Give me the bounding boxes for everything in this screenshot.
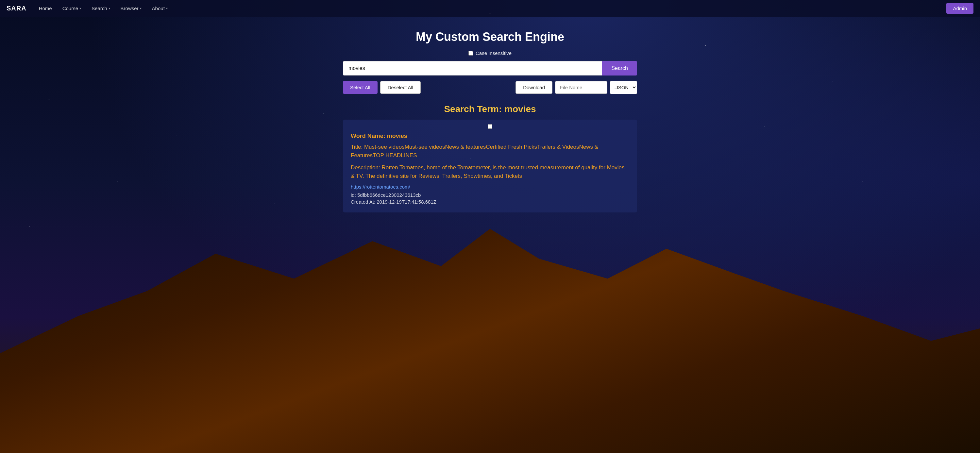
select-all-button[interactable]: Select All — [343, 81, 377, 94]
search-caret: ▾ — [108, 6, 110, 10]
nav-home[interactable]: Home — [34, 3, 57, 13]
format-select[interactable]: .JSON .CSV .XML — [610, 81, 637, 94]
nav-search[interactable]: Search ▾ — [87, 3, 115, 13]
action-row: Select All Deselect All Download .JSON .… — [343, 81, 637, 94]
search-row: Search — [343, 61, 637, 75]
case-insensitive-label: Case Insensitive — [476, 50, 512, 56]
action-left: Select All Deselect All — [343, 81, 421, 94]
file-name-input[interactable] — [555, 81, 607, 94]
result-created-at: Created At: 2019-12-19T17:41:58.681Z — [351, 199, 629, 205]
nav-course[interactable]: Course ▾ — [58, 3, 86, 13]
navbar: SARA Home Course ▾ Search ▾ Browser ▾ Ab… — [0, 0, 980, 17]
result-url[interactable]: https://rottentomatoes.com/ — [351, 184, 629, 189]
result-word-name: Word Name: movies — [351, 133, 629, 140]
browser-caret: ▾ — [140, 6, 142, 10]
result-description: Description: Rotten Tomatoes, home of th… — [351, 164, 629, 180]
nav-about[interactable]: About ▾ — [148, 3, 172, 13]
admin-button[interactable]: Admin — [946, 3, 974, 14]
case-insensitive-checkbox[interactable] — [468, 51, 473, 56]
nav-links: Home Course ▾ Search ▾ Browser ▾ About ▾ — [34, 3, 947, 13]
brand-logo: SARA — [6, 5, 27, 12]
case-insensitive-row: Case Insensitive — [468, 50, 512, 56]
download-button[interactable]: Download — [515, 81, 552, 94]
main-content: My Custom Search Engine Case Insensitive… — [0, 17, 980, 226]
deselect-all-button[interactable]: Deselect All — [380, 81, 421, 94]
about-caret: ▾ — [166, 6, 168, 10]
page-title: My Custom Search Engine — [416, 30, 564, 44]
search-term-heading: Search Term: movies — [444, 104, 536, 114]
result-card: Word Name: movies Title: Must-see videos… — [343, 120, 637, 213]
nav-browser[interactable]: Browser ▾ — [116, 3, 146, 13]
result-checkbox[interactable] — [488, 124, 492, 129]
search-button[interactable]: Search — [602, 61, 637, 75]
result-id: id: 5dfbb666dce12300243613cb — [351, 192, 629, 198]
action-right: Download .JSON .CSV .XML — [515, 81, 637, 94]
search-input[interactable] — [343, 61, 602, 75]
course-caret: ▾ — [80, 6, 81, 10]
result-title: Title: Must-see videosMust-see videosNew… — [351, 143, 629, 159]
